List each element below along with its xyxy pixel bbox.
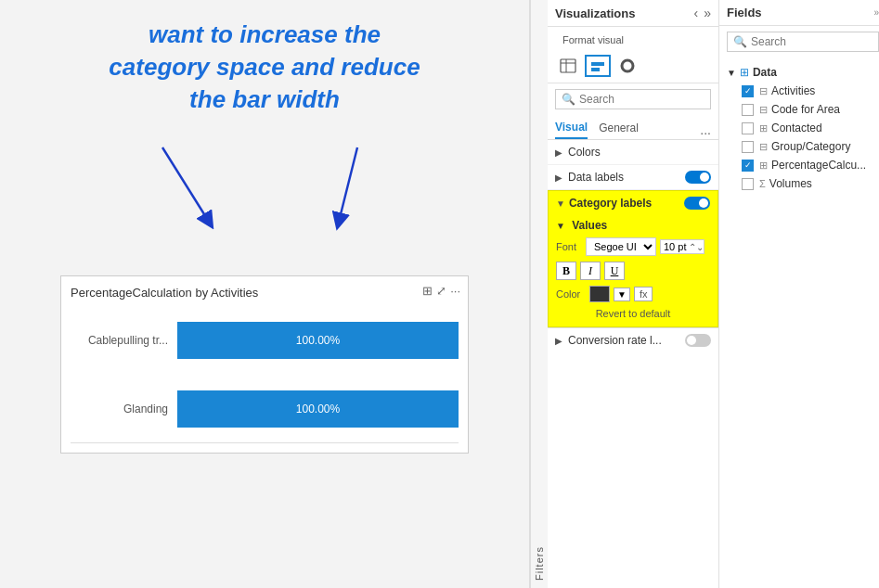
svg-rect-2 (561, 59, 575, 72)
search-icon: 🔍 (562, 93, 575, 106)
category-labels-panel: ▼ Category labels ▼ Values Font Segoe UI (548, 190, 718, 327)
colors-label: Colors (568, 146, 601, 159)
fields-list: ▼ ⊞ Data ⊟ Activities ⊟ Code for Area (719, 58, 879, 198)
filters-sidebar-tab[interactable]: Filters (530, 0, 548, 588)
field-type-icon-code: ⊟ (759, 104, 768, 116)
tab-visual[interactable]: Visual (555, 121, 588, 139)
category-labels-chevron[interactable]: ▼ (556, 198, 565, 209)
field-item-percentage[interactable]: ⊞ PercentageCalcu... (719, 156, 879, 174)
tab-more-options[interactable]: ... (700, 122, 711, 137)
color-dropdown-button[interactable]: ▼ (614, 288, 630, 301)
chart-label-2: Glanding (71, 403, 177, 415)
field-type-icon-contacted: ⊞ (759, 122, 768, 134)
values-section: ▼ Values Font Segoe UI 10 pt ⌃⌄ B (556, 217, 710, 304)
category-labels-title: Category labels (569, 197, 652, 210)
chart-label-1: Cablepulling tr... (71, 334, 177, 347)
font-row: Font Segoe UI 10 pt ⌃⌄ (556, 237, 710, 256)
conversion-rate-toggle[interactable] (685, 334, 711, 347)
colors-chevron: ▶ (555, 147, 562, 158)
chart-bar-1: 100.00% (177, 322, 459, 359)
chart-row: Cablepulling tr... 100.00% (71, 322, 459, 359)
colors-section[interactable]: ▶ Colors (548, 140, 718, 165)
annotation-line3: the bar width (189, 85, 340, 113)
expand-icon[interactable]: ⤢ (436, 284, 446, 298)
color-swatch[interactable] (589, 286, 610, 302)
font-size-input[interactable]: 10 pt ⌃⌄ (660, 239, 704, 254)
italic-button[interactable]: I (580, 262, 601, 280)
field-item-code[interactable]: ⊟ Code for Area (719, 100, 879, 119)
field-checkbox-group[interactable] (742, 141, 754, 153)
field-item-group[interactable]: ⊟ Group/Category (719, 137, 879, 156)
field-checkbox-contacted[interactable] (742, 122, 754, 134)
left-panel: want to increase the category space and … (0, 0, 529, 588)
field-checkbox-percentage[interactable] (742, 160, 754, 172)
chart-title: PercentageCalculation by Activities (71, 286, 258, 300)
table-icon[interactable] (555, 55, 581, 77)
viz-panel-header: Visualizations ‹ » (548, 0, 718, 27)
values-header: ▼ Values (556, 219, 710, 232)
filter-icon[interactable]: ⊞ (422, 284, 433, 298)
category-labels-toggle[interactable] (684, 197, 710, 210)
donut-icon[interactable] (614, 55, 640, 77)
field-type-icon-volumes: Σ (759, 178, 766, 189)
field-group-data: ▼ ⊞ Data ⊟ Activities ⊟ Code for Area (719, 61, 879, 195)
viz-search-input[interactable] (579, 93, 704, 106)
conversion-rate-chevron: ▶ (555, 336, 562, 346)
right-panel: Filters Visualizations ‹ » Format visual (529, 0, 879, 588)
bar-chart-icon[interactable] (585, 55, 611, 77)
viz-format-label-row: Format visual (548, 27, 718, 49)
chart-container: PercentageCalculation by Activities ⊞ ⤢ … (60, 275, 469, 454)
viz-panel: Visualizations ‹ » Format visual 🔍 (548, 0, 719, 588)
color-label: Color (556, 288, 586, 300)
svg-line-1 (339, 147, 357, 222)
tab-general[interactable]: General (599, 121, 639, 138)
viz-tabs: Visual General ... (548, 115, 718, 140)
color-row: Color ▼ fx (556, 286, 710, 302)
chevron-left-icon[interactable]: ‹ (694, 6, 699, 20)
chart-bottom-line (71, 442, 459, 443)
fields-title: Fields (727, 6, 762, 19)
viz-search-box[interactable]: 🔍 (555, 89, 711, 109)
viz-header-icons: ‹ » (694, 6, 711, 20)
field-checkbox-activities[interactable] (742, 85, 754, 97)
bold-button[interactable]: B (556, 262, 576, 280)
revert-to-default-button[interactable]: Revert to default (556, 304, 710, 321)
fields-search-box[interactable]: 🔍 (727, 32, 879, 52)
svg-rect-5 (591, 62, 604, 66)
font-label: Font (556, 241, 582, 252)
chart-toolbar: ⊞ ⤢ ··· (422, 284, 460, 298)
underline-button[interactable]: U (604, 262, 625, 280)
viz-icons-row (548, 49, 718, 83)
fields-search-input[interactable] (751, 35, 873, 48)
field-item-contacted[interactable]: ⊞ Contacted (719, 119, 879, 137)
chart-row-2: Glanding 100.00% (71, 390, 459, 428)
fields-expand-icon[interactable]: » (873, 7, 879, 18)
font-face-select[interactable]: Segoe UI (586, 237, 656, 256)
field-type-icon-activities: ⊟ (759, 85, 768, 97)
data-group-icon: ⊞ (740, 66, 749, 79)
data-labels-toggle[interactable] (685, 171, 711, 184)
svg-line-0 (162, 147, 209, 222)
field-group-data-header[interactable]: ▼ ⊞ Data (719, 63, 879, 82)
field-checkbox-volumes[interactable] (742, 178, 754, 190)
svg-point-7 (622, 60, 633, 71)
conversion-rate-section[interactable]: ▶ Conversion rate l... (548, 327, 718, 352)
font-size-spinner[interactable]: ⌃⌄ (689, 242, 704, 252)
fx-button[interactable]: fx (634, 287, 653, 301)
fields-panel: Fields » 🔍 ▼ ⊞ Data ⊟ Activities (719, 0, 879, 588)
more-options-icon[interactable]: ··· (450, 284, 460, 298)
conversion-rate-label: Conversion rate l... (568, 334, 662, 347)
font-format-row: B I U (556, 262, 710, 280)
field-item-activities[interactable]: ⊟ Activities (719, 82, 879, 100)
annotation-line2: category space and reduce (109, 53, 420, 81)
viz-panel-title: Visualizations (555, 6, 635, 20)
field-item-volumes[interactable]: Σ Volumes (719, 174, 879, 193)
field-checkbox-code[interactable] (742, 104, 754, 116)
field-name-volumes: Volumes (769, 177, 812, 190)
category-labels-toggle-knob (699, 198, 708, 208)
annotation: want to increase the category space and … (19, 19, 511, 116)
field-name-contacted: Contacted (771, 121, 822, 134)
expand-panel-icon[interactable]: » (704, 6, 711, 20)
data-labels-section[interactable]: ▶ Data labels (548, 165, 718, 190)
data-group-chevron: ▼ (727, 68, 736, 78)
